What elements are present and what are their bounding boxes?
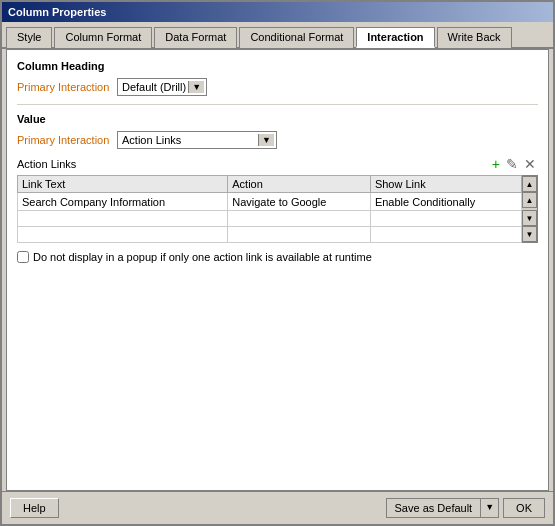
tab-bar: Style Column Format Data Format Conditio… (2, 22, 553, 49)
column-heading-primary-interaction-label: Primary Interaction (17, 81, 117, 93)
cell-show-link-3 (370, 227, 521, 243)
cell-action-1: Navigate to Google (228, 193, 371, 211)
table-row[interactable] (18, 227, 522, 243)
save-as-default-button[interactable]: Save as Default (387, 499, 481, 517)
value-primary-interaction-label: Primary Interaction (17, 134, 117, 146)
action-links-table: Link Text Action Show Link Search Compan… (17, 175, 522, 243)
tab-column-format[interactable]: Column Format (54, 27, 152, 48)
save-as-default-container: Save as Default ▼ (386, 498, 500, 518)
cell-link-text-3 (18, 227, 228, 243)
value-row: Primary Interaction Action Links ▼ (17, 131, 538, 149)
column-heading-label: Column Heading (17, 60, 538, 72)
value-dropdown-arrow[interactable]: ▼ (258, 134, 274, 146)
window-title: Column Properties (8, 6, 106, 18)
value-label: Value (17, 113, 538, 125)
col-header-action: Action (228, 176, 371, 193)
cell-link-text-2 (18, 211, 228, 227)
scroll-up-top[interactable]: ▲ (522, 176, 537, 192)
no-popup-label: Do not display in a popup if only one ac… (33, 251, 372, 263)
bottom-bar: Help Save as Default ▼ OK (2, 491, 553, 524)
checkbox-row: Do not display in a popup if only one ac… (17, 251, 538, 263)
tab-conditional-format[interactable]: Conditional Format (239, 27, 354, 48)
edit-action-link-button[interactable]: ✎ (504, 157, 520, 171)
help-button[interactable]: Help (10, 498, 59, 518)
col-header-link-text: Link Text (18, 176, 228, 193)
separator (17, 104, 538, 105)
cell-link-text-1: Search Company Information (18, 193, 228, 211)
tab-style[interactable]: Style (6, 27, 52, 48)
value-dropdown-value: Action Links (120, 133, 258, 147)
title-bar: Column Properties (2, 2, 553, 22)
column-heading-dropdown-arrow[interactable]: ▼ (188, 81, 204, 93)
table-scrollbar: ▲ ▲ ▼ ▼ (522, 175, 538, 243)
save-as-default-arrow[interactable]: ▼ (480, 499, 498, 517)
table-scroll-area: Link Text Action Show Link Search Compan… (17, 175, 522, 243)
cell-show-link-2 (370, 211, 521, 227)
add-action-link-button[interactable]: + (490, 157, 502, 171)
tab-interaction[interactable]: Interaction (356, 27, 434, 48)
scroll-down[interactable]: ▼ (522, 210, 537, 226)
action-links-section: Action Links + ✎ ✕ Link Text Action Show (17, 157, 538, 263)
ok-button[interactable]: OK (503, 498, 545, 518)
cell-show-link-1: Enable Conditionally (370, 193, 521, 211)
table-row[interactable] (18, 211, 522, 227)
tab-write-back[interactable]: Write Back (437, 27, 512, 48)
column-heading-row: Primary Interaction Default (Drill) ▼ (17, 78, 538, 96)
value-dropdown[interactable]: Action Links ▼ (117, 131, 277, 149)
action-links-icon-buttons: + ✎ ✕ (490, 157, 538, 171)
tab-data-format[interactable]: Data Format (154, 27, 237, 48)
table-row[interactable]: Search Company Information Navigate to G… (18, 193, 522, 211)
action-links-label: Action Links (17, 158, 76, 170)
cell-action-2 (228, 211, 371, 227)
column-heading-dropdown[interactable]: Default (Drill) ▼ (117, 78, 207, 96)
no-popup-checkbox[interactable] (17, 251, 29, 263)
content-area: Column Heading Primary Interaction Defau… (6, 49, 549, 491)
action-links-header: Action Links + ✎ ✕ (17, 157, 538, 171)
column-heading-dropdown-value: Default (Drill) (120, 80, 188, 94)
scroll-up[interactable]: ▲ (522, 192, 537, 208)
col-header-show-link: Show Link (370, 176, 521, 193)
cell-action-3 (228, 227, 371, 243)
scroll-down-bottom[interactable]: ▼ (522, 226, 537, 242)
column-properties-window: Column Properties Style Column Format Da… (0, 0, 555, 526)
delete-action-link-button[interactable]: ✕ (522, 157, 538, 171)
action-links-table-container: Link Text Action Show Link Search Compan… (17, 175, 538, 243)
